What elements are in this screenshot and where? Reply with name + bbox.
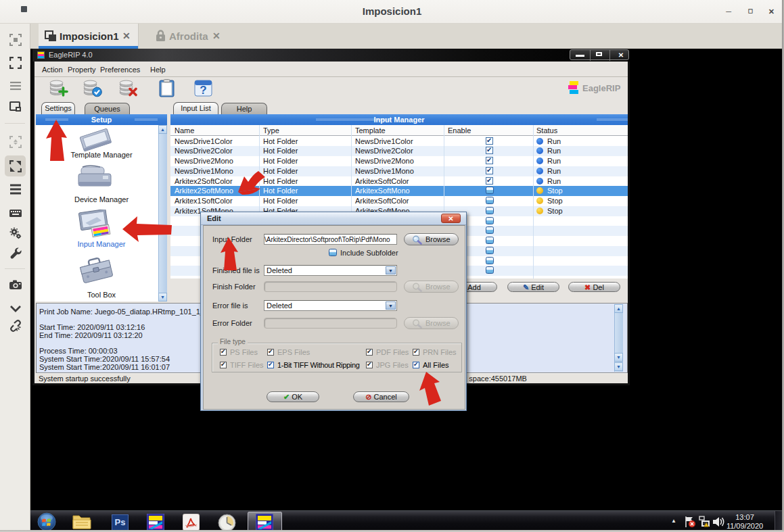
svg-text:?: ? (200, 84, 206, 97)
